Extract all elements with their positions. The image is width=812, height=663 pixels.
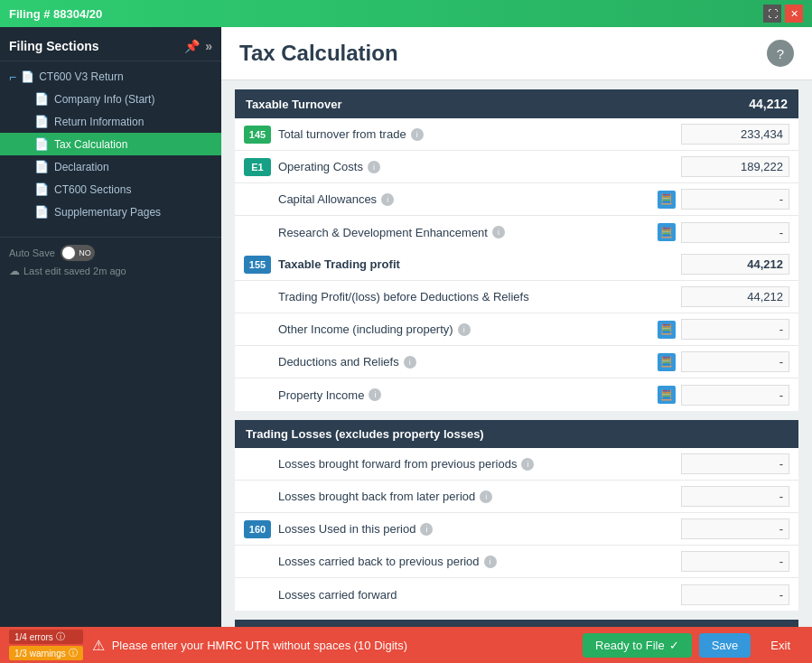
info-icon-property-income[interactable]: i [369,388,381,401]
row-losses-back: Losses brought back from later period i [235,481,798,513]
label-text-total-turnover: Total turnover from trade [278,127,406,141]
close-button[interactable]: ✕ [785,5,803,23]
label-text-losses-used: Losses Used in this period [278,522,415,536]
last-edit: ☁ Last edit saved 2m ago [9,265,212,277]
sidebar-item-company-info[interactable]: 📄 Company Info (Start) [0,88,221,110]
tree-root-label: CT600 V3 Return [39,70,123,83]
input-property-income[interactable] [681,385,789,406]
row-r-and-d: Research & Development Enhancement i 🧮 [235,216,798,248]
sidebar-item-return-information[interactable]: 📄 Return Information [0,110,221,133]
bottom-actions: Ready to File ✓ Save Exit [583,633,803,658]
sidebar-tree: ⌐ 📄 CT600 V3 Return 📄 Company Info (Star… [0,61,221,228]
doc-icon: 📄 [34,137,49,151]
ready-to-file-button[interactable]: Ready to File ✓ [583,633,692,658]
info-icon-losses-back[interactable]: i [480,490,492,503]
page-title: Tax Calculation [239,41,398,66]
calc-icon-capital-allowances[interactable]: 🧮 [658,191,676,209]
help-button[interactable]: ? [767,40,794,67]
main-rows: 145 Total turnover from trade i E1 Opera… [235,118,798,248]
sidebar-header-icons: 📌 » [184,39,212,53]
sidebar-item-ct600-sections[interactable]: 📄 CT600 Sections [0,178,221,201]
input-losses-back[interactable] [681,486,789,507]
taxable-trading-badge: 155 [244,256,271,274]
error-message: ⚠ Please enter your HMRC UTR without spa… [92,637,574,654]
info-icon-deductions[interactable]: i [404,356,416,369]
input-operating-costs[interactable] [681,156,789,177]
calc-icon-other-income[interactable]: 🧮 [658,321,676,339]
label-total-turnover: Total turnover from trade i [278,127,681,141]
warnings-badge[interactable]: 1/3 warnings ⓘ [9,646,83,660]
label-text-losses-forward: Losses brought forward from previous per… [278,457,517,471]
input-trading-profit[interactable] [681,286,789,307]
info-icon-losses-forward[interactable]: i [521,458,534,471]
calc-icon-deductions[interactable]: 🧮 [658,353,676,371]
sidebar-items: 📄 Company Info (Start)📄 Return Informati… [0,88,221,223]
errors-badge[interactable]: 1/4 errors ⓘ [9,630,83,644]
taxable-trading-row: 155 Taxable Trading profit [235,248,798,281]
expand-icon[interactable]: » [205,39,212,53]
sidebar-item-label: Declaration [54,161,109,173]
save-button[interactable]: Save [699,633,751,658]
row-losses-forward: Losses brought forward from previous per… [235,448,798,481]
input-losses-forward[interactable] [681,453,789,474]
ready-label: Ready to File [595,639,665,652]
input-r-and-d[interactable] [681,222,789,243]
label-text-trading-profit: Trading Profit/(loss) before Deductions … [278,290,529,303]
tree-root[interactable]: ⌐ 📄 CT600 V3 Return [0,66,221,88]
doc-icon: 📄 [34,160,49,173]
row-total-turnover: 145 Total turnover from trade i [235,118,798,151]
sidebar: Filing Sections 📌 » ⌐ 📄 CT600 V3 Return … [0,27,221,627]
maximize-button[interactable]: ⛶ [763,5,781,23]
tree-root-icon: ⌐ [9,70,16,84]
info-icon-capital-allowances[interactable]: i [381,193,394,206]
input-losses-used[interactable] [681,518,789,539]
calc-icon-property-income[interactable]: 🧮 [658,386,676,404]
label-text-losses-carried-back: Losses carried back to previous period [278,555,480,568]
taxable-turnover-label: Taxable Turnover [246,98,341,111]
label-text-other-income: Other Income (including property) [278,322,453,336]
main-container: Filing Sections 📌 » ⌐ 📄 CT600 V3 Return … [0,27,812,627]
auto-save-row: Auto Save NO [9,245,212,261]
auto-save-toggle[interactable]: NO [61,245,95,261]
toggle-label: NO [79,248,91,257]
info-icon-other-income[interactable]: i [458,323,471,336]
label-text-r-and-d: Research & Development Enhancement [278,226,488,239]
taxable-trading-input[interactable] [681,254,789,275]
bottom-bar: 1/4 errors ⓘ 1/3 warnings ⓘ ⚠ Please ent… [0,627,812,663]
sidebar-item-label: CT600 Sections [54,183,131,196]
sidebar-item-label: Supplementary Pages [54,206,161,219]
sidebar-item-tax-calculation[interactable]: 📄 Tax Calculation [0,133,221,155]
sidebar-item-label: Return Information [54,116,144,128]
label-property-income: Property Income i [278,388,658,402]
info-icon-operating-costs[interactable]: i [368,161,380,173]
content-area: Tax Calculation ? Taxable Turnover 44,21… [221,27,812,627]
pin-icon[interactable]: 📌 [184,39,200,53]
title-bar: Filing # 88304/20 ⛶ ✕ [0,0,812,27]
info-icon-losses-used[interactable]: i [420,523,433,536]
sidebar-item-supplementary-pages[interactable]: 📄 Supplementary Pages [0,201,221,223]
sidebar-header: Filing Sections 📌 » [0,32,221,61]
label-losses-carried-forward: Losses carried forward [278,588,681,602]
label-losses-forward: Losses brought forward from previous per… [278,457,681,471]
label-operating-costs: Operating Costs i [278,160,681,173]
exit-button[interactable]: Exit [758,633,803,658]
label-text-property-income: Property Income [278,388,364,402]
error-badges: 1/4 errors ⓘ 1/3 warnings ⓘ [9,630,83,660]
input-other-income[interactable] [681,319,789,340]
calc-icon-r-and-d[interactable]: 🧮 [658,223,676,241]
input-deductions[interactable] [681,351,789,372]
input-capital-allowances[interactable] [681,189,789,210]
row-operating-costs: E1 Operating Costs i [235,151,798,183]
input-losses-carried-forward[interactable] [681,584,789,605]
sidebar-item-declaration[interactable]: 📄 Declaration [0,155,221,178]
form-content: Taxable Turnover 44,212 145 Total turnov… [221,80,812,627]
info-icon-r-and-d[interactable]: i [492,226,505,238]
info-icon-losses-carried-back[interactable]: i [484,556,497,568]
taxable-turnover-value: 44,212 [749,97,788,111]
warnings-info-icon: ⓘ [69,647,78,659]
info-icon-total-turnover[interactable]: i [411,128,424,141]
input-losses-carried-back[interactable] [681,551,789,572]
label-text-operating-costs: Operating Costs [278,160,363,173]
input-total-turnover[interactable] [681,124,789,145]
badge-total-turnover: 145 [244,126,271,144]
